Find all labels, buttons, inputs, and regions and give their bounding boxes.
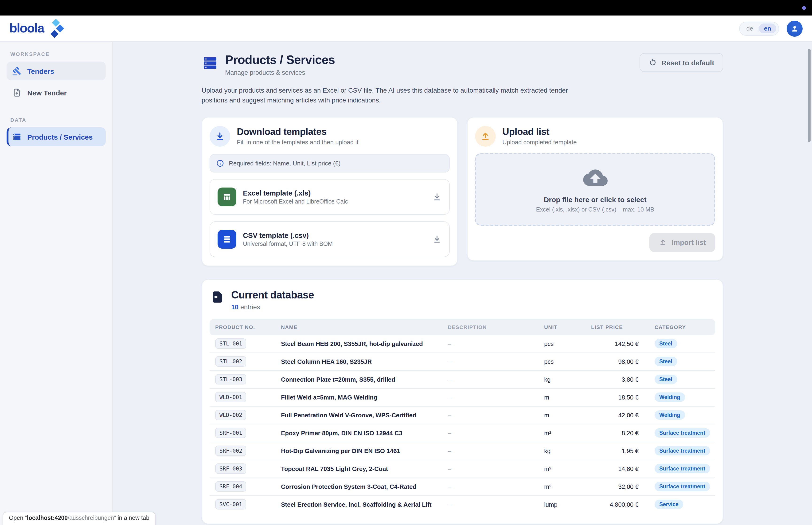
- download-templates-card: Download templates Fill in one of the te…: [202, 117, 458, 266]
- table-row[interactable]: STL-001 Steel Beam HEB 200, S355JR, hot-…: [210, 335, 715, 353]
- table-row[interactable]: WLD-001 Fillet Weld a=5mm, MAG Welding –…: [210, 389, 715, 407]
- page-title: Products / Services: [225, 53, 335, 66]
- product-list-price: 142,50 €: [585, 340, 644, 347]
- sidebar-section-workspace: WORKSPACE: [10, 51, 102, 57]
- table-row[interactable]: WLD-002 Full Penetration Weld V-Groove, …: [210, 407, 715, 424]
- file-dropzone[interactable]: Drop file here or click to select Excel …: [475, 153, 715, 226]
- language-toggle: de | en: [739, 21, 779, 35]
- product-no-badge: STL-002: [215, 357, 246, 367]
- product-description: –: [442, 340, 538, 347]
- excel-template-desc: For Microsoft Excel and LibreOffice Calc: [243, 198, 348, 205]
- column-header-product-no: PRODUCT NO.: [210, 324, 275, 330]
- table-row[interactable]: STL-003 Connection Plate t=20mm, S355, d…: [210, 371, 715, 389]
- product-name: Steel Beam HEB 200, S355JR, hot-dip galv…: [275, 340, 442, 347]
- upload-list-card: Upload list Upload completed template Dr…: [467, 117, 723, 261]
- product-description: –: [442, 358, 538, 365]
- status-host: localhost:4200: [27, 515, 68, 521]
- product-unit: m²: [538, 430, 585, 437]
- product-list-price: 98,00 €: [585, 358, 644, 365]
- sidebar-item-products-services[interactable]: Products / Services: [6, 127, 106, 146]
- logo-diamonds-icon: [46, 18, 65, 39]
- download-card-title: Download templates: [237, 127, 358, 137]
- product-name: Epoxy Primer 80µm, DIN EN ISO 12944 C3: [275, 430, 442, 437]
- entries-label: entries: [240, 303, 260, 311]
- dropzone-title: Drop file here or click to select: [544, 196, 647, 204]
- product-unit: pcs: [538, 340, 585, 347]
- table-row[interactable]: STL-002 Steel Column HEA 160, S235JR – p…: [210, 353, 715, 371]
- logo-text: bloola: [10, 21, 44, 36]
- lang-option-de[interactable]: de: [742, 24, 757, 33]
- product-no-badge: SVC-001: [215, 499, 246, 510]
- column-header-unit: UNIT: [538, 324, 585, 330]
- scrollbar-thumb[interactable]: [808, 49, 811, 142]
- product-name: Topcoat RAL 7035 Light Grey, 2-Coat: [275, 465, 442, 472]
- column-header-description: DESCRIPTION: [442, 324, 538, 330]
- download-card-header: Download templates Fill in one of the te…: [210, 126, 450, 147]
- product-list-price: 42,00 €: [585, 412, 644, 419]
- import-button-label: Import list: [672, 239, 706, 246]
- database-card-header: Current database 10 entries: [210, 289, 715, 311]
- product-name: Connection Plate t=20mm, S355, drilled: [275, 376, 442, 383]
- lang-option-en[interactable]: en: [759, 24, 776, 33]
- import-list-button[interactable]: Import list: [650, 233, 715, 252]
- excel-template-row[interactable]: Excel template (.xls) For Microsoft Exce…: [210, 179, 450, 215]
- cloud-upload-icon: [583, 166, 607, 190]
- sidebar: WORKSPACE Tenders New Tender: [0, 42, 113, 525]
- category-badge: Steel: [655, 339, 677, 348]
- category-badge: Surface treatment: [655, 464, 710, 474]
- status-path: /ausschreibungen: [68, 515, 114, 521]
- download-csv-icon[interactable]: [432, 235, 442, 244]
- database-card-title: Current database: [231, 289, 314, 301]
- csv-file-icon: [218, 230, 236, 249]
- sidebar-item-tenders[interactable]: Tenders: [6, 62, 106, 80]
- product-no-badge: WLD-001: [215, 392, 246, 403]
- product-name: Steel Erection Service, incl. Scaffoldin…: [275, 501, 442, 508]
- column-header-category: CATEGORY: [644, 324, 717, 330]
- product-list-price: 32,00 €: [585, 483, 644, 490]
- product-description: –: [442, 501, 538, 508]
- import-upload-icon: [659, 239, 667, 246]
- sidebar-item-new-tender[interactable]: New Tender: [6, 83, 106, 102]
- csv-template-row[interactable]: CSV template (.csv) Universal format, UT…: [210, 221, 450, 257]
- product-unit: m: [538, 412, 585, 419]
- product-list-price: 18,50 €: [585, 394, 644, 401]
- screenshot-stage: bloola de | en: [0, 0, 812, 525]
- product-list-price: 8,20 €: [585, 430, 644, 437]
- product-no-badge: WLD-002: [215, 410, 246, 420]
- table-row[interactable]: SRF-003 Topcoat RAL 7035 Light Grey, 2-C…: [210, 460, 715, 478]
- upload-circle-icon: [475, 126, 496, 147]
- table-row[interactable]: SVC-001 Steel Erection Service, incl. Sc…: [210, 496, 715, 513]
- document-upload-icon: [12, 88, 21, 97]
- product-no-badge: STL-001: [215, 339, 246, 349]
- product-list-price: 4.800,00 €: [585, 501, 644, 508]
- table-row[interactable]: SRF-004 Corrosion Protection System 3-Co…: [210, 478, 715, 496]
- required-fields-note: Required fields: Name, Unit, List price …: [210, 154, 450, 172]
- csv-template-name: CSV template (.csv): [243, 231, 333, 239]
- download-card-subtitle: Fill in one of the templates and then up…: [237, 139, 358, 146]
- upload-card-header: Upload list Upload completed template: [475, 126, 715, 147]
- product-no-badge: SRF-004: [215, 481, 246, 492]
- sidebar-item-label: Products / Services: [27, 133, 93, 141]
- product-name: Hot-Dip Galvanizing per DIN EN ISO 1461: [275, 448, 442, 454]
- reset-icon: [649, 58, 657, 67]
- sidebar-item-label: New Tender: [27, 89, 67, 96]
- reset-to-default-button[interactable]: Reset to default: [640, 53, 723, 72]
- table-row[interactable]: SRF-002 Hot-Dip Galvanizing per DIN EN I…: [210, 442, 715, 460]
- category-badge: Steel: [655, 375, 677, 384]
- page-header: Products / Services Manage products & se…: [202, 53, 723, 76]
- user-avatar-button[interactable]: [787, 20, 802, 36]
- product-description: –: [442, 448, 538, 454]
- gavel-icon: [12, 66, 21, 76]
- table-row[interactable]: SRF-001 Epoxy Primer 80µm, DIN EN ISO 12…: [210, 424, 715, 442]
- bloola-logo[interactable]: bloola: [10, 18, 65, 39]
- product-description: –: [442, 465, 538, 472]
- info-icon: [216, 159, 224, 167]
- product-name: Corrosion Protection System 3-Coat, C4-R…: [275, 483, 442, 490]
- product-unit: kg: [538, 448, 585, 454]
- download-excel-icon[interactable]: [432, 192, 442, 201]
- category-badge: Surface treatment: [655, 429, 710, 438]
- category-badge: Surface treatment: [655, 446, 710, 456]
- current-database-card: Current database 10 entries PRODUCT NO. …: [202, 279, 723, 524]
- header-right-controls: de | en: [739, 20, 802, 36]
- app-header: bloola de | en: [0, 15, 812, 42]
